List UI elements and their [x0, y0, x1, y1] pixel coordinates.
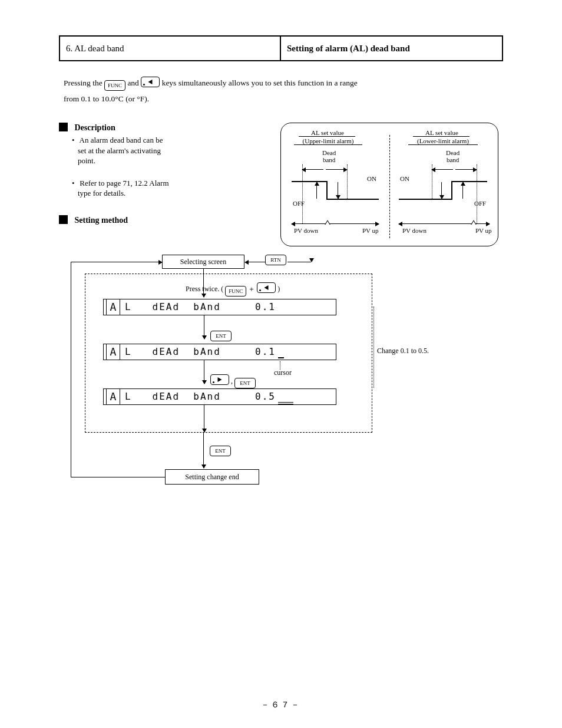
lcd-box-2: A L dEAd bAnd 0.1: [103, 344, 336, 360]
lcd-box-1: A L dEAd bAnd 0.1: [103, 299, 336, 315]
cursor-note: cursor: [274, 368, 292, 377]
on-label-left: ON: [367, 175, 376, 182]
setting-method-heading: Setting method: [59, 215, 271, 225]
al-upper-label2: AL set value: [415, 129, 468, 136]
press-twice-label: Press twice. ( FUNC ＋ ): [186, 282, 280, 297]
left-arrow-key-icon: [141, 77, 160, 87]
header-right: Setting of alarm (AL) dead band: [281, 37, 502, 60]
lcd-text-3: L dEAd bAnd 0.5: [125, 389, 332, 404]
ent-key-icon: ENT: [210, 331, 232, 341]
selecting-screen-box: Selecting screen: [162, 255, 244, 269]
dead-label-left: Deadband: [322, 149, 336, 163]
al-upper-sub: (Upper-limit alarm): [294, 137, 362, 144]
func-key-icon: FUNC: [225, 286, 246, 297]
al-upper-label: AL set value: [301, 129, 354, 136]
ent-key-icon: ENT: [210, 446, 231, 456]
flow-chart: Selecting screen RTN Press twice. ( FUNC…: [59, 250, 503, 503]
lcd-text-1: L dEAd bAnd 0.1: [125, 299, 332, 315]
return-key-icon: RTN: [265, 255, 286, 265]
flow-dashbox: Press twice. ( FUNC ＋ ) A L dEAd bAnd 0.…: [85, 274, 372, 433]
intro-line2: from 0.1 to 10.0°C (or °F).: [64, 94, 503, 104]
dead-band-graphic: AL set value (Upper-limit alarm) Deadban…: [280, 123, 498, 246]
off-label-left: OFF: [293, 200, 305, 207]
square-bullet-icon: [59, 123, 68, 131]
left-arrow-key-icon: [257, 282, 276, 293]
pvdown-right: PV down: [402, 227, 427, 234]
dead-label-right: Deadband: [446, 149, 459, 163]
func-key-icon: FUNC: [104, 80, 125, 91]
on-label-right: ON: [400, 175, 409, 182]
description-heading: Description: [59, 123, 271, 133]
bullet-1: • An alarm dead band can be set at the a…: [72, 135, 271, 166]
pvup-left: PV up: [362, 227, 379, 234]
change-explain: Change 0.1 to 0.5.: [377, 347, 429, 355]
pvup-right: PV up: [475, 227, 492, 234]
square-bullet-icon: [59, 215, 68, 224]
header-left: 6. AL dead band: [60, 37, 281, 60]
right-ent-keys: , ENT: [210, 374, 256, 388]
bullet-2: • Refer to page 71, 12.2 Alarm type for …: [72, 178, 271, 199]
intro-line1: Pressing the FUNC and keys simultaneousl…: [64, 77, 503, 91]
header-box: 6. AL dead band Setting of alarm (AL) de…: [59, 35, 503, 61]
off-label-right: OFF: [474, 200, 486, 207]
lcd-text-2: L dEAd bAnd 0.1: [125, 344, 332, 360]
right-arrow-key-icon: [210, 374, 229, 385]
lcd-box-3: A L dEAd bAnd 0.5: [103, 388, 336, 405]
setting-end-box: Setting change end: [165, 469, 259, 485]
al-lower-sub: (Lower-limit alarm): [408, 137, 478, 144]
page-number: －６７－: [0, 700, 562, 710]
pvdown-left: PV down: [294, 227, 318, 234]
ent-key-icon: ENT: [234, 378, 256, 388]
